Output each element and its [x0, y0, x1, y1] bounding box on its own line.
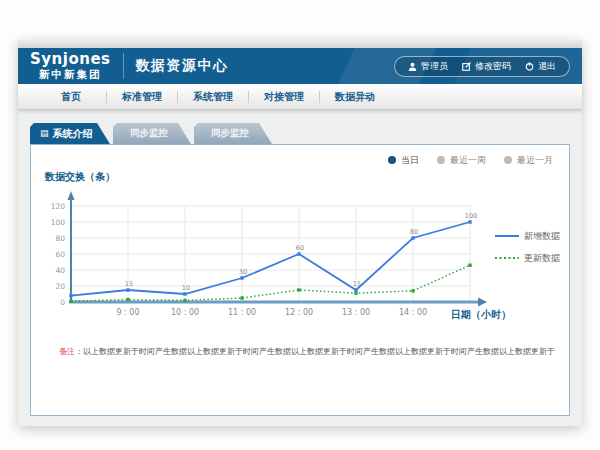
radio-today-label: 当日: [401, 154, 419, 167]
data-point: [354, 288, 357, 291]
nav-item-data-change[interactable]: 数据异动: [320, 90, 390, 104]
radio-last-week[interactable]: 最近一周: [437, 154, 486, 167]
radio-selected-icon: [388, 156, 396, 164]
app-header: Synjones 新中新集团 数据资源中心 管理员 修改密码 退出: [18, 48, 582, 84]
x-tick-label: 11 : 00: [228, 308, 256, 317]
y-tick-label: 80: [55, 234, 65, 243]
x-tick-label: 13 : 00: [342, 308, 370, 317]
x-tick-label: 9 : 00: [116, 308, 139, 317]
tab-sync-monitor-1[interactable]: 同步监控: [113, 123, 191, 144]
footnote-label: 备注: [59, 347, 75, 356]
nav-item-system-mgmt[interactable]: 系统管理: [178, 90, 248, 104]
page-title: 数据资源中心: [136, 57, 229, 75]
document-icon: ▤: [40, 129, 49, 138]
user-menu-admin-label: 管理员: [421, 60, 448, 73]
user-menu-admin[interactable]: 管理员: [408, 60, 448, 73]
radio-last-week-label: 最近一周: [450, 154, 486, 167]
data-point: [468, 220, 471, 223]
y-tick-label: 100: [51, 218, 66, 227]
edit-icon: [462, 62, 471, 71]
legend-label-0[interactable]: 新增数据: [524, 231, 560, 241]
footnote-text: ：以上数据更新于时间产生数据以上数据更新于时间产生数据以上数据更新于时间产生数据…: [75, 347, 555, 356]
y-tick-label: 120: [51, 202, 66, 211]
exchange-chart: 0204060801001209 : 0010 : 0011 : 0012 : …: [31, 184, 567, 332]
data-point-label: 15: [125, 280, 133, 288]
tab-system-intro-label: 系统介绍: [53, 127, 93, 141]
data-point: [183, 292, 186, 295]
y-axis-arrow-icon: [68, 191, 75, 200]
user-icon: [408, 62, 417, 71]
data-point: [411, 236, 414, 239]
radio-unselected-icon: [504, 156, 512, 164]
data-point: [183, 299, 186, 302]
tab-sync-monitor-2-label: 同步监控: [211, 127, 249, 140]
time-range-group: 当日 最近一周 最近一月: [31, 154, 553, 166]
logo-company: 新中新集团: [39, 69, 102, 80]
tab-sync-monitor-1-label: 同步监控: [130, 127, 168, 140]
data-point: [69, 300, 72, 303]
y-tick-label: 40: [55, 266, 65, 275]
data-point: [354, 292, 357, 295]
tab-system-intro[interactable]: ▤ 系统介绍: [30, 123, 110, 144]
nav-item-docking-mgmt[interactable]: 对接管理: [249, 90, 319, 104]
data-point-label: 60: [296, 244, 304, 252]
power-icon: [525, 62, 534, 71]
data-point: [240, 296, 243, 299]
nav-item-standard-mgmt[interactable]: 标准管理: [107, 90, 177, 104]
data-point: [240, 276, 243, 279]
y-tick-label: 60: [55, 250, 65, 259]
data-point: [69, 294, 72, 297]
change-password-button[interactable]: 修改密码: [462, 60, 511, 73]
data-point-label: 15: [353, 280, 361, 288]
logo-brand: Synjones: [30, 52, 111, 67]
data-point: [297, 288, 300, 291]
tab-sync-monitor-2[interactable]: 同步监控: [194, 123, 272, 144]
data-point-label: 10: [182, 284, 190, 292]
nav-item-home[interactable]: 首页: [36, 90, 106, 104]
content-area: ▤ 系统介绍 同步监控 同步监控 当日 最近一周: [18, 110, 582, 416]
radio-unselected-icon: [437, 156, 445, 164]
company-logo: Synjones 新中新集团: [30, 52, 111, 80]
tab-bar: ▤ 系统介绍 同步监控 同步监控: [30, 123, 582, 144]
data-point: [411, 289, 414, 292]
data-point: [126, 288, 129, 291]
user-menu: 管理员 修改密码 退出: [394, 56, 570, 77]
data-point-label: 80: [410, 228, 418, 236]
app-window: Synjones 新中新集团 数据资源中心 管理员 修改密码 退出 首页 标准管…: [18, 40, 582, 426]
data-point: [297, 252, 300, 255]
x-axis-title: 日期（小时）: [451, 309, 511, 320]
radio-today[interactable]: 当日: [388, 154, 419, 167]
data-point: [468, 264, 471, 267]
logout-button[interactable]: 退出: [525, 60, 556, 73]
change-password-label: 修改密码: [475, 60, 511, 73]
data-point-label: 30: [239, 268, 247, 276]
x-axis-arrow-icon: [478, 298, 487, 307]
footnote: 备注：以上数据更新于时间产生数据以上数据更新于时间产生数据以上数据更新于时间产生…: [59, 346, 569, 357]
header-divider: [123, 53, 124, 79]
logout-label: 退出: [538, 60, 556, 73]
y-tick-label: 20: [55, 282, 65, 291]
radio-last-month[interactable]: 最近一月: [504, 154, 553, 167]
data-point-label: 100: [465, 212, 477, 220]
y-axis-title: 数据交换（条）: [45, 170, 569, 184]
legend-label-1[interactable]: 更新数据: [524, 253, 560, 263]
window-top-strip: [18, 40, 582, 48]
x-tick-label: 10 : 00: [171, 308, 199, 317]
main-nav: 首页 标准管理 系统管理 对接管理 数据异动: [18, 84, 582, 110]
chart-panel: 当日 最近一周 最近一月 数据交换（条） 0204060801001209 : …: [30, 144, 570, 416]
radio-last-month-label: 最近一月: [517, 154, 553, 167]
x-tick-label: 12 : 00: [285, 308, 313, 317]
y-tick-label: 0: [60, 298, 65, 307]
data-point: [126, 298, 129, 301]
x-tick-label: 14 : 00: [399, 308, 427, 317]
